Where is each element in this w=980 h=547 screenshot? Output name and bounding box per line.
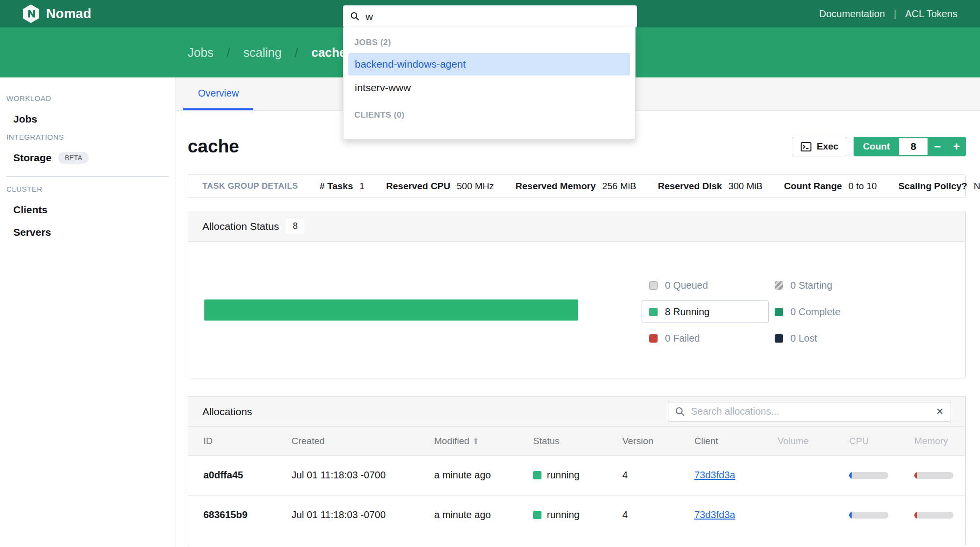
- client-link[interactable]: 73d3fd3a: [694, 470, 735, 480]
- allocation-cpu: [849, 455, 914, 495]
- allocation-id[interactable]: 683615b9: [188, 495, 292, 535]
- topbar-links: Documentation | ACL Tokens: [819, 0, 957, 27]
- allocations-search-input[interactable]: Search allocations... ✕: [668, 402, 951, 422]
- jobs-results-header: JOBS (2): [343, 27, 635, 52]
- column-header-id[interactable]: ID: [188, 427, 292, 455]
- legend-complete[interactable]: 0 Complete: [775, 300, 922, 323]
- sidebar-item-clients[interactable]: Clients: [13, 204, 175, 216]
- detail-count-range: Count Range 0 to 10: [784, 181, 877, 192]
- search-results-dropdown: JOBS (2) backend-windows-agent intserv-w…: [343, 27, 636, 140]
- sidebar-item-storage[interactable]: Storage BETA: [13, 152, 175, 164]
- clients-results-header: CLIENTS (0): [343, 100, 635, 124]
- allocation-modified: a minute ago: [434, 495, 533, 535]
- breadcrumb-separator: /: [295, 46, 298, 60]
- memory-usage-meter: [914, 512, 954, 519]
- failed-swatch-icon: [649, 334, 658, 343]
- allocation-volume: [778, 495, 849, 535]
- allocation-created: Jul 01 11:18:03 -0700: [292, 495, 434, 535]
- search-icon: [350, 12, 360, 21]
- allocations-panel: Allocations Search allocations... ✕: [188, 396, 966, 546]
- nomad-app: { "topbar": { "brand": "Nomad", "search"…: [0, 0, 980, 547]
- count-increment-button[interactable]: +: [947, 137, 966, 156]
- breadcrumb-separator: /: [227, 46, 230, 60]
- detail-scaling-policy: Scaling Policy? No: [898, 181, 980, 192]
- column-header-created[interactable]: Created: [292, 427, 434, 455]
- complete-swatch-icon: [775, 308, 783, 316]
- legend-starting[interactable]: 0 Starting: [775, 274, 922, 297]
- sort-ascending-icon: ⬆: [472, 437, 479, 446]
- global-search-input[interactable]: w: [343, 5, 637, 27]
- cpu-usage-meter: [849, 512, 888, 519]
- beta-badge: BETA: [58, 152, 89, 164]
- column-header-cpu: CPU: [849, 427, 914, 455]
- tab-overview[interactable]: Overview: [183, 77, 253, 110]
- client-link[interactable]: 73d3fd3a: [694, 509, 735, 520]
- allocation-client: 73d3fd3a: [694, 495, 778, 535]
- queued-swatch-icon: [649, 281, 658, 290]
- column-header-status[interactable]: Status: [533, 427, 622, 455]
- allocations-table: ID Created Modified⬆ Status Version Clie…: [188, 427, 965, 535]
- running-status-icon: [533, 511, 541, 519]
- allocation-version: 4: [622, 455, 694, 495]
- breadcrumb-group-cache[interactable]: cache: [312, 46, 346, 60]
- detail-tasks: # Tasks 1: [319, 181, 365, 192]
- column-header-version[interactable]: Version: [622, 427, 694, 455]
- legend-queued[interactable]: 0 Queued: [649, 274, 775, 297]
- app-body: WORKLOAD Jobs INTEGRATIONS Storage BETA …: [0, 77, 980, 547]
- column-header-memory: Memory: [914, 427, 965, 455]
- nomad-cube-icon: [22, 4, 40, 24]
- allocation-status-count-badge: 8: [286, 219, 304, 234]
- clear-search-icon[interactable]: ✕: [936, 406, 944, 417]
- allocations-search-placeholder: Search allocations...: [691, 406, 930, 417]
- allocation-cpu: [849, 495, 914, 535]
- cpu-usage-meter: [849, 472, 888, 479]
- page-title: cache: [188, 136, 239, 157]
- column-header-volume: Volume: [778, 427, 849, 455]
- legend-lost[interactable]: 0 Lost: [775, 327, 922, 349]
- sidebar-item-servers[interactable]: Servers: [13, 226, 175, 238]
- allocation-status-legend: 0 Queued 0 Starting 8 Running 0 Com: [649, 274, 922, 349]
- allocation-row[interactable]: 683615b9 Jul 01 11:18:03 -0700 a minute …: [188, 495, 965, 535]
- legend-running[interactable]: 8 Running: [641, 300, 769, 323]
- allocation-status-running-bar[interactable]: [204, 299, 578, 321]
- allocation-row-partial: [188, 535, 965, 546]
- search-result-intserv-www[interactable]: intserv-www: [348, 76, 630, 99]
- global-search-value: w: [366, 11, 373, 23]
- allocation-memory: [914, 495, 965, 535]
- allocations-table-header-row: ID Created Modified⬆ Status Version Clie…: [188, 427, 965, 455]
- main-content: Overview cache Exec Count: [175, 77, 980, 547]
- search-icon: [675, 407, 685, 417]
- nomad-logo[interactable]: Nomad: [22, 4, 92, 24]
- allocations-header: Allocations Search allocations... ✕: [188, 397, 965, 427]
- memory-usage-meter: [914, 472, 954, 479]
- content-area: cache Exec Count 8 − +: [175, 111, 980, 546]
- legend-failed[interactable]: 0 Failed: [649, 327, 775, 349]
- documentation-link[interactable]: Documentation: [819, 8, 885, 20]
- acl-tokens-link[interactable]: ACL Tokens: [905, 8, 957, 20]
- exec-button-label: Exec: [817, 141, 838, 152]
- breadcrumb-job-scaling[interactable]: scaling: [244, 46, 282, 60]
- sidebar-item-jobs[interactable]: Jobs: [13, 113, 175, 125]
- sidebar-section-cluster: CLUSTER: [6, 185, 175, 193]
- search-result-backend-windows-agent[interactable]: backend-windows-agent: [348, 53, 630, 75]
- sidebar-divider: [6, 176, 169, 177]
- count-decrement-button[interactable]: −: [928, 137, 947, 156]
- allocation-status-header: Allocation Status 8: [188, 211, 965, 242]
- exec-button[interactable]: Exec: [792, 137, 847, 156]
- allocation-id[interactable]: a0dffa45: [188, 455, 292, 495]
- allocation-memory: [914, 455, 965, 495]
- allocation-modified: a minute ago: [434, 455, 533, 495]
- title-actions: Exec Count 8 − +: [792, 137, 966, 156]
- detail-reserved-memory: Reserved Memory 256 MiB: [515, 181, 636, 192]
- allocation-status-chart: 0 Queued 0 Starting 8 Running 0 Com: [188, 242, 965, 378]
- allocation-status-title: Allocation Status: [202, 221, 279, 232]
- column-header-client[interactable]: Client: [694, 427, 778, 455]
- allocation-status: running: [533, 495, 622, 535]
- breadcrumb-jobs[interactable]: Jobs: [188, 46, 214, 60]
- allocation-row[interactable]: a0dffa45 Jul 01 11:18:03 -0700 a minute …: [188, 455, 965, 495]
- sidebar-section-workload: WORKLOAD: [6, 94, 175, 102]
- column-header-modified[interactable]: Modified⬆: [434, 427, 533, 455]
- starting-swatch-icon: [775, 281, 783, 290]
- allocation-client: 73d3fd3a: [694, 455, 778, 495]
- allocation-status-panel: Allocation Status 8 0 Queued: [188, 211, 966, 378]
